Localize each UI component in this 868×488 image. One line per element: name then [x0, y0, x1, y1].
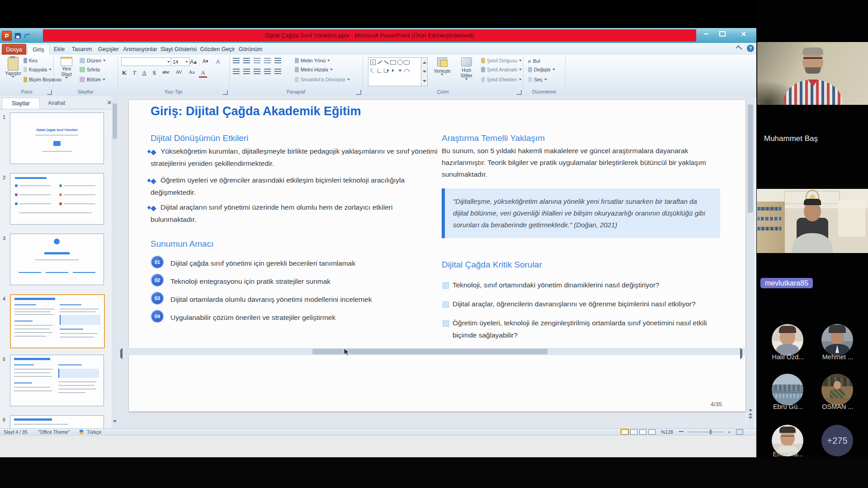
slide-thumbnail-1[interactable]: Dijital Çağda Sınıf Yönetimi [10, 113, 104, 164]
font-dialog-launcher[interactable] [223, 90, 228, 95]
participant-name: OSMAN ... [811, 403, 865, 410]
align-left-icon[interactable] [233, 69, 240, 74]
columns-icon[interactable] [274, 69, 281, 74]
collapse-ribbon-icon[interactable] [737, 46, 742, 50]
status-language: Türkçe [87, 429, 101, 435]
slide-sorter-view-button[interactable] [630, 429, 637, 435]
slide-thumbnail-3[interactable] [10, 234, 104, 285]
tab-ekle[interactable]: Ekle [51, 44, 68, 54]
drawing-dialog-launcher[interactable] [517, 90, 522, 95]
paragraph-dialog-launcher[interactable] [356, 90, 361, 95]
slide-thumbnail-2[interactable] [10, 173, 104, 225]
ribbon: Yapıştır Kes Kopyala Biçim Boyacısı Pano… [0, 55, 756, 97]
shape-effects-button[interactable]: Şekil Efektleri [481, 77, 522, 82]
participant-avatar-ebru[interactable] [772, 374, 803, 405]
copy-button[interactable]: Kopyala [24, 67, 52, 72]
goal-text: Dijital ortamlarda olumlu davranış yönet… [170, 293, 442, 305]
pane-tab-slaytlar[interactable]: Slaytlar [2, 98, 40, 109]
reset-button[interactable]: Sıfırla [80, 67, 100, 72]
layout-button[interactable]: Düzen [80, 58, 106, 63]
participant-video-mevlutkara[interactable] [757, 189, 868, 253]
pane-tab-anahat[interactable]: Anahat [41, 98, 72, 108]
shapes-scroll[interactable] [421, 58, 427, 86]
numbering-icon[interactable] [243, 58, 250, 63]
tab-slayt-gosterisi[interactable]: Slayt Gösterisi [159, 44, 198, 54]
zoom-slider-thumb[interactable] [710, 430, 712, 434]
minimize-button[interactable] [700, 30, 712, 38]
strikethrough-button[interactable]: abc [160, 69, 172, 78]
pano-dialog-launcher[interactable] [47, 90, 52, 95]
pane-scrollbar[interactable] [112, 96, 118, 428]
horizontal-scrollbar[interactable] [118, 348, 746, 355]
tab-dosya[interactable]: Dosya [2, 44, 26, 55]
tab-gecisler[interactable]: Geçişler [96, 44, 121, 54]
save-icon[interactable] [14, 32, 21, 39]
grow-font-icon[interactable]: A▴ [190, 58, 197, 65]
align-text-button[interactable]: Metni Hizala [295, 67, 333, 72]
powerpoint-logo-icon[interactable]: P [2, 31, 12, 41]
shapes-gallery[interactable]: A [368, 57, 428, 86]
thumb-number: 4 [3, 296, 9, 301]
shape-fill-button[interactable]: Şekil Dolgusu [481, 58, 522, 63]
slide-canvas[interactable]: Giriş: Dijital Çağda Akademik Eğitim Dij… [128, 99, 746, 412]
replace-button[interactable]: Değiştir [528, 67, 555, 72]
align-right-icon[interactable] [254, 69, 260, 74]
thumb-number: 5 [3, 357, 9, 362]
tab-gozden-gecir[interactable]: Gözden Geçir [200, 44, 235, 54]
font-name-combo[interactable] [121, 57, 172, 66]
participant-avatar-osman[interactable] [821, 374, 853, 405]
vertical-scrollbar[interactable] [747, 96, 754, 428]
tab-gorunum[interactable]: Görünüm [237, 44, 264, 54]
participant-avatar-halil[interactable] [772, 324, 803, 356]
slide-thumbnail-6[interactable] [10, 415, 104, 428]
zoom-in-icon[interactable]: + [727, 430, 731, 434]
redo-icon[interactable] [33, 32, 40, 39]
reading-view-button[interactable] [639, 429, 646, 435]
participants-overflow-badge[interactable]: +275 [821, 425, 853, 456]
italic-button[interactable]: T [130, 69, 138, 78]
char-spacing-button[interactable]: AV [174, 69, 184, 78]
clear-format-icon[interactable]: A [216, 58, 220, 65]
decrease-indent-icon[interactable] [254, 58, 260, 63]
shape-outline-button[interactable]: Şekil Anahattı [481, 67, 522, 72]
tab-giris[interactable]: Giriş [27, 44, 50, 55]
slide-thumbnail-5[interactable] [10, 355, 104, 406]
align-center-icon[interactable] [243, 69, 250, 74]
zoom-slider[interactable] [687, 432, 723, 432]
shrink-font-icon[interactable]: A▾ [203, 58, 208, 64]
shadow-button[interactable]: S [150, 69, 158, 78]
fit-to-window-icon[interactable] [736, 429, 743, 435]
slideshow-view-button[interactable] [648, 429, 656, 435]
undo-icon[interactable] [24, 32, 31, 39]
new-slide-button[interactable]: YeniSlayt [56, 57, 77, 79]
paste-button[interactable]: Yapıştır [4, 57, 23, 78]
help-icon[interactable]: ? [747, 45, 754, 52]
tab-tasarim[interactable]: Tasarım [70, 44, 94, 54]
participant-avatar-mehmet[interactable] [821, 324, 853, 356]
participant-name: Emre Ya... [761, 450, 815, 458]
select-button[interactable]: Seç [528, 77, 547, 82]
arrange-button[interactable]: Yerleştir [430, 57, 454, 75]
increase-indent-icon[interactable] [264, 58, 271, 63]
font-color-button[interactable]: A [199, 69, 207, 78]
normal-view-button[interactable] [621, 429, 628, 435]
participant-video-muhammet[interactable] [757, 42, 868, 105]
quick-styles-button[interactable]: HızlıStiller [456, 57, 477, 80]
zoom-out-icon[interactable] [679, 431, 684, 432]
line-spacing-icon[interactable] [274, 58, 281, 63]
tab-animasyonlar[interactable]: Animasyonlar [123, 44, 157, 54]
find-button[interactable]: ⌕Bul [528, 58, 540, 64]
text-direction-button[interactable]: Metin Yönü [295, 58, 330, 63]
smartart-button[interactable]: SmartArt'a Dönüştür [295, 77, 350, 82]
cut-button[interactable]: Kes [24, 58, 38, 63]
change-case-button[interactable]: Aa [186, 69, 197, 78]
close-button[interactable] [737, 30, 750, 38]
underline-button[interactable]: A [140, 69, 148, 78]
font-size-combo[interactable]: 14 [171, 57, 190, 66]
maximize-button[interactable] [716, 30, 729, 38]
slide-thumbnail-4-selected[interactable] [10, 294, 105, 348]
justify-icon[interactable] [264, 69, 271, 74]
bold-button[interactable]: K [120, 69, 128, 78]
bullets-icon[interactable] [233, 58, 240, 63]
section-button[interactable]: Bölüm [80, 77, 105, 82]
